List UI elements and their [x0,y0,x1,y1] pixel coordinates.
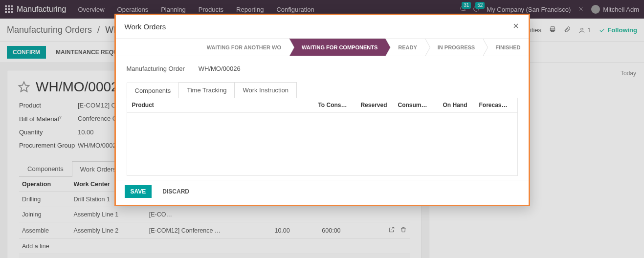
modal-tabs: Components Time Tracking Work Instructio… [127,82,518,98]
stage-finished[interactable]: FINISHED [483,39,528,56]
stage-ready[interactable]: READY [385,39,425,56]
col-reserved[interactable]: Reserved [352,102,392,108]
discard-button[interactable]: DISCARD [156,185,195,198]
modal-tab-time-tracking[interactable]: Time Tracking [178,82,235,98]
mo-label: Manufacturing Order [127,65,185,72]
modal-title: Work Orders [125,22,166,31]
col-consumed[interactable]: Consum… [392,102,432,108]
modal-tab-components[interactable]: Components [127,83,179,98]
modal-body: Manufacturing Order WH/MO/00026 Componen… [116,56,529,180]
stage-waiting-components[interactable]: WAITING FOR COMPONENTS [289,39,385,56]
save-button[interactable]: SAVE [125,185,152,198]
stage-in-progress[interactable]: IN PROGRESS [425,39,483,56]
stage-waiting-wo[interactable]: WAITING FOR ANOTHER WO [199,39,289,56]
components-table: Product To Cons… Reserved Consum… On Han… [127,98,518,176]
work-orders-modal: Work Orders WAITING FOR ANOTHER WO WAITI… [114,14,530,206]
modal-footer: SAVE DISCARD [116,180,529,205]
stage-bar: WAITING FOR ANOTHER WO WAITING FOR COMPO… [116,39,529,56]
modal-header: Work Orders [116,15,529,39]
modal-overlay[interactable]: Work Orders WAITING FOR ANOTHER WO WAITI… [0,0,644,258]
col-forecast[interactable]: Forecas… [472,102,512,108]
modal-tab-work-instruction[interactable]: Work Instruction [234,82,297,98]
mo-value[interactable]: WH/MO/00026 [199,65,241,72]
col-product[interactable]: Product [132,102,312,108]
col-to-consume[interactable]: To Cons… [312,102,352,108]
col-onhand[interactable]: On Hand [432,102,472,108]
close-icon[interactable] [512,22,520,31]
